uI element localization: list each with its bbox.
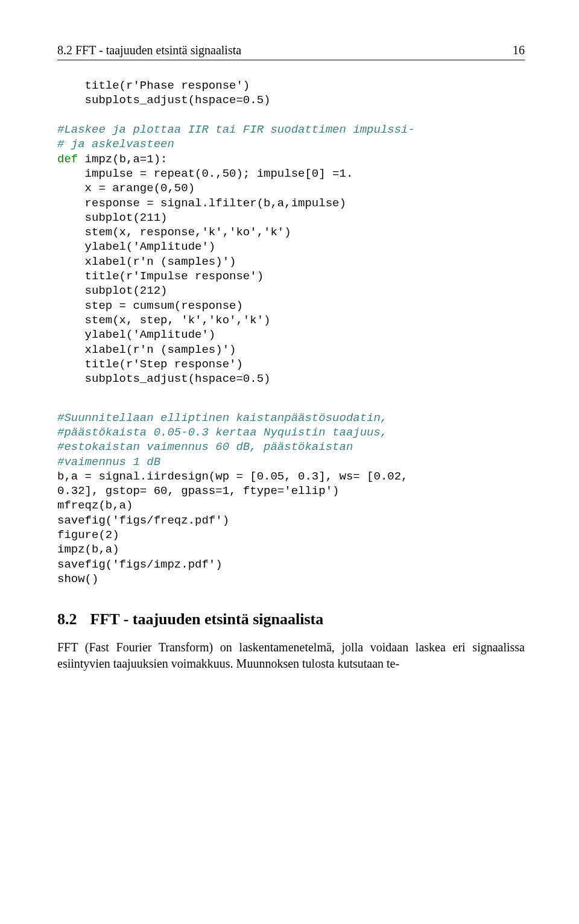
section-heading: 8.2FFT - taajuuden etsintä signaalista xyxy=(57,610,525,628)
section-title: FFT - taajuuden etsintä signaalista xyxy=(90,610,324,628)
comment: #Laskee ja plottaa IIR tai FIR suodattim… xyxy=(57,123,415,136)
body-paragraph: FFT (Fast Fourier Transform) on laskenta… xyxy=(57,639,525,672)
header-page-number: 16 xyxy=(513,43,525,57)
keyword-def: def xyxy=(57,153,78,166)
comment: #Suunnitellaan elliptinen kaistanpäästös… xyxy=(57,411,387,425)
header-left: 8.2 FFT - taajuuden etsintä signaalista xyxy=(57,43,241,57)
code-block-2: #Suunnitellaan elliptinen kaistanpäästös… xyxy=(57,411,525,587)
header-rule xyxy=(57,60,525,60)
comment: #päästökaista 0.05-0.3 kertaa Nyquistin … xyxy=(57,426,387,439)
code-block-1: title(r'Phase response') subplots_adjust… xyxy=(57,78,525,387)
comment: #vaimennus 1 dB xyxy=(57,455,160,469)
comment: # ja askelvasteen xyxy=(57,138,174,151)
running-header: 8.2 FFT - taajuuden etsintä signaalista … xyxy=(57,43,525,57)
comment: #estokaistan vaimennus 60 dB, päästökais… xyxy=(57,440,353,454)
section-number: 8.2 xyxy=(57,610,77,628)
